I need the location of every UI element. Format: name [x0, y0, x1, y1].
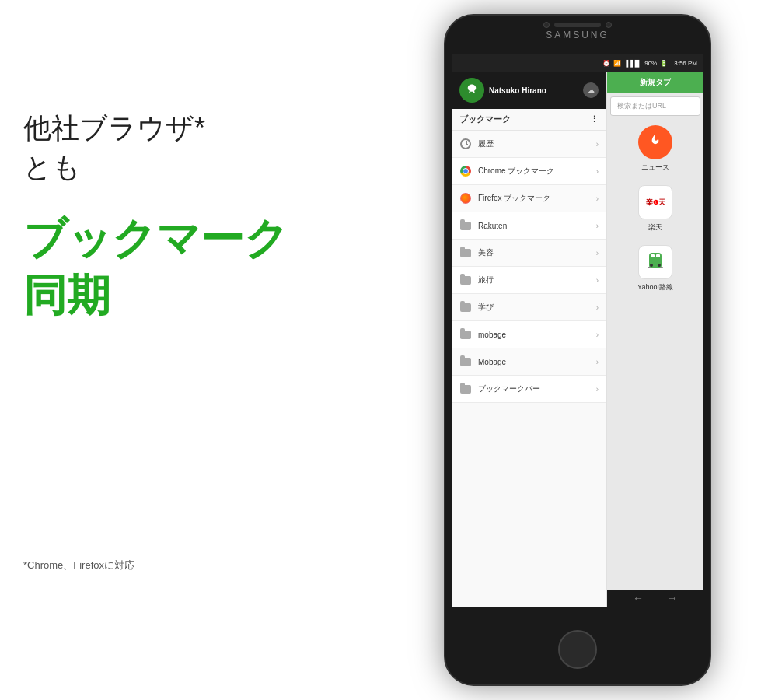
list-item[interactable]: Mobage ›	[452, 348, 606, 376]
list-item[interactable]: 旅行 ›	[452, 267, 606, 294]
list-item[interactable]: Rakuten ›	[452, 212, 606, 240]
clock-icon	[460, 138, 471, 149]
bookmarks-panel: Natsuko Hirano ☁ ブックマーク ⋮	[452, 72, 607, 607]
item-label: 学び	[478, 302, 590, 313]
svg-rect-6	[648, 267, 651, 268]
list-item[interactable]: Firefox ブックマーク ›	[452, 185, 606, 212]
list-item[interactable]: Chrome ブックマーク ›	[452, 158, 606, 185]
item-label: Rakuten	[478, 222, 590, 230]
folder-icon	[459, 383, 472, 395]
item-label: Firefox ブックマーク	[478, 193, 590, 204]
main-title-text: ブックマーク同期	[23, 211, 358, 324]
svg-rect-7	[660, 267, 663, 268]
chevron-right-icon: ›	[596, 358, 599, 366]
rakuten-icon: 楽❶天	[638, 185, 672, 219]
rakuten-label: 楽天	[648, 222, 662, 233]
quick-links: ニュース 楽❶天 楽天	[607, 119, 703, 299]
item-label: 旅行	[478, 275, 590, 285]
svg-point-5	[658, 264, 661, 267]
search-bar[interactable]: 検索またはURL	[610, 96, 700, 116]
alarm-icon: ⏰	[602, 60, 610, 67]
bottom-nav-bar: ← →	[607, 590, 703, 607]
phone-screen: ⏰ 📶 ▐▐▐▌ 90% 🔋 3:56 PM	[452, 54, 703, 607]
chevron-right-icon: ›	[596, 385, 599, 394]
phone-container: SAMSUNG ⏰ 📶 ▐▐▐▌ 90% 🔋 3:56 PM	[387, 8, 768, 692]
chevron-right-icon: ›	[596, 331, 599, 339]
cloud-sync-icon[interactable]: ☁	[583, 82, 599, 98]
item-label: ブックマークバー	[478, 383, 590, 394]
yahoo-rosen-icon	[638, 245, 672, 279]
svg-point-4	[650, 264, 653, 267]
folder-icon	[459, 247, 472, 259]
phone-body: SAMSUNG ⏰ 📶 ▐▐▐▌ 90% 🔋 3:56 PM	[445, 16, 710, 684]
item-label: Chrome ブックマーク	[478, 166, 590, 177]
bookmarks-title: ブックマーク	[459, 114, 511, 125]
folder-icon	[459, 274, 472, 286]
chevron-right-icon: ›	[596, 222, 599, 230]
more-options-icon[interactable]: ⋮	[590, 114, 599, 124]
chrome-icon	[459, 165, 472, 177]
new-tab-button[interactable]: 新規タブ	[607, 72, 703, 93]
list-item[interactable]: 学び ›	[452, 294, 606, 321]
profile-name: Natsuko Hirano	[489, 86, 578, 95]
history-icon	[459, 138, 472, 150]
item-label: Mobage	[478, 358, 590, 366]
news-icon	[638, 125, 672, 159]
bookmarks-title-row: ブックマーク ⋮	[452, 109, 606, 131]
list-item[interactable]: 履歴 ›	[452, 131, 606, 158]
chevron-right-icon: ›	[596, 140, 599, 149]
svg-rect-2	[656, 254, 660, 257]
item-label: 履歴	[478, 138, 590, 149]
item-label: mobage	[478, 331, 590, 339]
yahoo-rosen-label: Yahoo!路線	[637, 282, 673, 292]
chevron-right-icon: ›	[596, 167, 599, 176]
chevron-right-icon: ›	[596, 276, 599, 285]
front-camera	[543, 22, 550, 28]
samsung-brand: SAMSUNG	[546, 30, 609, 40]
right-panel: 新規タブ 検索またはURL ニュース	[607, 72, 703, 607]
bookmark-list: 履歴 › Chrome ブックマーク ›	[452, 131, 606, 403]
folder-icon	[459, 301, 472, 313]
list-item[interactable]: ブックマークバー ›	[452, 376, 606, 403]
list-item[interactable]: mobage ›	[452, 321, 606, 348]
browser-content: Natsuko Hirano ☁ ブックマーク ⋮	[452, 72, 703, 607]
dolphin-icon	[465, 83, 479, 97]
quick-link-yahoo-rosen[interactable]: Yahoo!路線	[637, 245, 673, 292]
profile-header[interactable]: Natsuko Hirano ☁	[452, 72, 606, 109]
signal-bars: ▐▐▐▌	[624, 60, 642, 67]
folder-icon	[459, 219, 472, 232]
subtitle-text: 他社ブラウザ*とも	[23, 109, 358, 187]
chevron-right-icon: ›	[596, 303, 599, 312]
quick-link-news[interactable]: ニュース	[638, 125, 672, 173]
clock: 3:56 PM	[674, 60, 697, 67]
avatar	[459, 78, 484, 103]
phone-top-details	[543, 22, 612, 28]
chevron-right-icon: ›	[596, 194, 599, 203]
wifi-icon: 📶	[613, 60, 621, 67]
svg-rect-3	[651, 261, 660, 261]
footnote-text: *Chrome、Firefoxに対応	[23, 558, 134, 572]
chrome-logo-icon	[460, 166, 471, 177]
flame-icon	[645, 132, 665, 152]
left-panel: 他社ブラウザ*とも ブックマーク同期 *Chrome、Firefoxに対応	[23, 109, 358, 324]
list-item[interactable]: 美容 ›	[452, 240, 606, 267]
firefox-icon	[459, 192, 472, 205]
folder-icon	[459, 328, 472, 341]
firefox-logo-icon	[460, 193, 471, 204]
train-icon	[643, 250, 668, 275]
battery-level: 90%	[644, 60, 657, 67]
chevron-right-icon: ›	[596, 249, 599, 257]
sensor	[606, 22, 612, 28]
quick-link-rakuten[interactable]: 楽❶天 楽天	[638, 185, 672, 233]
home-button[interactable]	[558, 630, 597, 669]
news-label: ニュース	[641, 163, 669, 173]
phone-speaker	[554, 23, 601, 27]
back-button[interactable]: ←	[633, 592, 644, 604]
status-bar: ⏰ 📶 ▐▐▐▌ 90% 🔋 3:56 PM	[452, 54, 703, 72]
forward-button[interactable]: →	[667, 592, 678, 604]
battery-icon: 🔋	[660, 60, 668, 67]
folder-icon	[459, 355, 472, 368]
svg-rect-1	[651, 254, 655, 257]
item-label: 美容	[478, 247, 590, 258]
